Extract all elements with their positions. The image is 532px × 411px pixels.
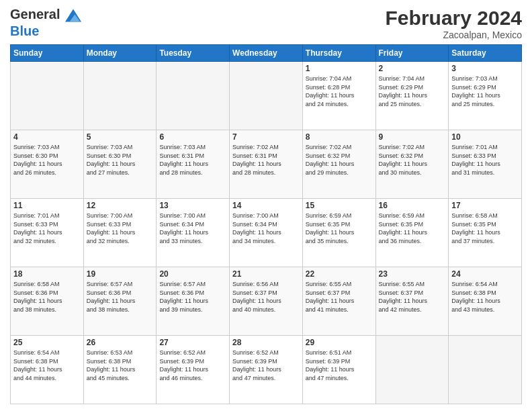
day-number: 7 bbox=[232, 132, 300, 142]
day-info: Sunrise: 7:03 AM Sunset: 6:29 PM Dayligh… bbox=[451, 75, 519, 108]
calendar-cell: 3Sunrise: 7:03 AM Sunset: 6:29 PM Daylig… bbox=[449, 62, 522, 130]
day-info: Sunrise: 7:01 AM Sunset: 6:33 PM Dayligh… bbox=[451, 143, 519, 177]
week-row-1: 1Sunrise: 7:04 AM Sunset: 6:28 PM Daylig… bbox=[11, 62, 522, 130]
day-number: 10 bbox=[451, 132, 519, 142]
day-number: 23 bbox=[379, 269, 446, 279]
calendar-cell: 19Sunrise: 6:57 AM Sunset: 6:36 PM Dayli… bbox=[83, 267, 157, 336]
day-info: Sunrise: 7:02 AM Sunset: 6:32 PM Dayligh… bbox=[306, 143, 373, 177]
day-info: Sunrise: 7:02 AM Sunset: 6:32 PM Dayligh… bbox=[379, 143, 446, 177]
day-number: 19 bbox=[87, 269, 154, 279]
day-number: 16 bbox=[379, 201, 446, 210]
day-info: Sunrise: 7:00 AM Sunset: 6:33 PM Dayligh… bbox=[87, 212, 154, 245]
calendar-cell: 10Sunrise: 7:01 AM Sunset: 6:33 PM Dayli… bbox=[449, 130, 522, 199]
day-info: Sunrise: 6:57 AM Sunset: 6:36 PM Dayligh… bbox=[87, 280, 154, 314]
week-row-4: 18Sunrise: 6:58 AM Sunset: 6:36 PM Dayli… bbox=[11, 267, 522, 336]
day-info: Sunrise: 7:00 AM Sunset: 6:34 PM Dayligh… bbox=[159, 212, 226, 245]
calendar-cell: 9Sunrise: 7:02 AM Sunset: 6:32 PM Daylig… bbox=[375, 130, 449, 199]
col-header-thursday: Thursday bbox=[302, 45, 375, 62]
day-info: Sunrise: 6:54 AM Sunset: 6:38 PM Dayligh… bbox=[13, 349, 81, 382]
calendar-cell: 22Sunrise: 6:55 AM Sunset: 6:37 PM Dayli… bbox=[302, 267, 375, 336]
col-header-monday: Monday bbox=[83, 45, 157, 62]
calendar-cell: 28Sunrise: 6:52 AM Sunset: 6:39 PM Dayli… bbox=[230, 336, 303, 404]
day-number: 14 bbox=[232, 201, 300, 210]
calendar-cell: 1Sunrise: 7:04 AM Sunset: 6:28 PM Daylig… bbox=[302, 62, 375, 130]
week-row-5: 25Sunrise: 6:54 AM Sunset: 6:38 PM Dayli… bbox=[11, 336, 522, 404]
title-block: February 2024 Zacoalpan, Mexico bbox=[386, 7, 522, 40]
day-number: 2 bbox=[379, 64, 446, 73]
calendar-cell: 13Sunrise: 7:00 AM Sunset: 6:34 PM Dayli… bbox=[157, 199, 230, 267]
calendar-cell: 11Sunrise: 7:01 AM Sunset: 6:33 PM Dayli… bbox=[11, 199, 84, 267]
day-info: Sunrise: 7:04 AM Sunset: 6:29 PM Dayligh… bbox=[379, 75, 446, 108]
day-number: 17 bbox=[451, 201, 519, 210]
day-info: Sunrise: 7:03 AM Sunset: 6:30 PM Dayligh… bbox=[13, 143, 81, 177]
calendar-cell: 5Sunrise: 7:03 AM Sunset: 6:30 PM Daylig… bbox=[83, 130, 157, 199]
calendar-cell: 24Sunrise: 6:54 AM Sunset: 6:38 PM Dayli… bbox=[449, 267, 522, 336]
calendar-cell: 7Sunrise: 7:02 AM Sunset: 6:31 PM Daylig… bbox=[230, 130, 303, 199]
day-info: Sunrise: 6:52 AM Sunset: 6:39 PM Dayligh… bbox=[159, 349, 226, 382]
calendar-cell: 25Sunrise: 6:54 AM Sunset: 6:38 PM Dayli… bbox=[11, 336, 84, 404]
day-number: 27 bbox=[159, 338, 226, 347]
day-info: Sunrise: 7:00 AM Sunset: 6:34 PM Dayligh… bbox=[232, 212, 300, 245]
day-info: Sunrise: 6:57 AM Sunset: 6:36 PM Dayligh… bbox=[159, 280, 226, 314]
day-info: Sunrise: 7:04 AM Sunset: 6:28 PM Dayligh… bbox=[306, 75, 373, 108]
day-info: Sunrise: 6:51 AM Sunset: 6:39 PM Dayligh… bbox=[306, 349, 373, 382]
day-info: Sunrise: 6:58 AM Sunset: 6:36 PM Dayligh… bbox=[13, 280, 81, 314]
col-header-saturday: Saturday bbox=[449, 45, 522, 62]
day-info: Sunrise: 7:02 AM Sunset: 6:31 PM Dayligh… bbox=[232, 143, 300, 177]
day-number: 13 bbox=[159, 201, 226, 210]
day-info: Sunrise: 6:56 AM Sunset: 6:37 PM Dayligh… bbox=[232, 280, 300, 314]
day-number: 20 bbox=[159, 269, 226, 279]
calendar-cell: 15Sunrise: 6:59 AM Sunset: 6:35 PM Dayli… bbox=[302, 199, 375, 267]
calendar-cell: 27Sunrise: 6:52 AM Sunset: 6:39 PM Dayli… bbox=[157, 336, 230, 404]
day-number: 24 bbox=[451, 269, 519, 279]
logo-blue: Blue bbox=[10, 24, 81, 39]
day-info: Sunrise: 6:52 AM Sunset: 6:39 PM Dayligh… bbox=[232, 349, 300, 382]
day-number: 21 bbox=[232, 269, 300, 279]
day-number: 8 bbox=[306, 132, 373, 142]
calendar-cell: 17Sunrise: 6:58 AM Sunset: 6:35 PM Dayli… bbox=[449, 199, 522, 267]
day-number: 25 bbox=[13, 338, 81, 347]
day-number: 26 bbox=[87, 338, 154, 347]
week-row-2: 4Sunrise: 7:03 AM Sunset: 6:30 PM Daylig… bbox=[11, 130, 522, 199]
day-info: Sunrise: 7:03 AM Sunset: 6:30 PM Dayligh… bbox=[87, 143, 154, 177]
day-number: 9 bbox=[379, 132, 446, 142]
logo: General Blue bbox=[10, 7, 81, 39]
day-number: 11 bbox=[13, 201, 81, 210]
calendar-cell: 2Sunrise: 7:04 AM Sunset: 6:29 PM Daylig… bbox=[375, 62, 449, 130]
day-info: Sunrise: 6:55 AM Sunset: 6:37 PM Dayligh… bbox=[379, 280, 446, 314]
col-header-sunday: Sunday bbox=[11, 45, 84, 62]
calendar-cell bbox=[449, 336, 522, 404]
day-info: Sunrise: 7:03 AM Sunset: 6:31 PM Dayligh… bbox=[159, 143, 226, 177]
day-info: Sunrise: 6:58 AM Sunset: 6:35 PM Dayligh… bbox=[451, 212, 519, 245]
day-number: 4 bbox=[13, 132, 81, 142]
calendar-cell: 16Sunrise: 6:59 AM Sunset: 6:35 PM Dayli… bbox=[375, 199, 449, 267]
day-info: Sunrise: 6:55 AM Sunset: 6:37 PM Dayligh… bbox=[306, 280, 373, 314]
day-info: Sunrise: 6:53 AM Sunset: 6:38 PM Dayligh… bbox=[87, 349, 154, 382]
calendar-cell: 4Sunrise: 7:03 AM Sunset: 6:30 PM Daylig… bbox=[11, 130, 84, 199]
day-number: 18 bbox=[13, 269, 81, 279]
day-number: 15 bbox=[306, 201, 373, 210]
calendar-cell: 23Sunrise: 6:55 AM Sunset: 6:37 PM Dayli… bbox=[375, 267, 449, 336]
calendar-cell bbox=[83, 62, 157, 130]
calendar-header-row: SundayMondayTuesdayWednesdayThursdayFrid… bbox=[11, 45, 522, 62]
calendar-cell: 12Sunrise: 7:00 AM Sunset: 6:33 PM Dayli… bbox=[83, 199, 157, 267]
header: General Blue February 2024 Zacoalpan, Me… bbox=[10, 7, 522, 40]
calendar-cell bbox=[11, 62, 84, 130]
logo-text: General bbox=[10, 7, 81, 24]
day-info: Sunrise: 7:01 AM Sunset: 6:33 PM Dayligh… bbox=[13, 212, 81, 245]
col-header-wednesday: Wednesday bbox=[230, 45, 303, 62]
calendar-cell: 29Sunrise: 6:51 AM Sunset: 6:39 PM Dayli… bbox=[302, 336, 375, 404]
calendar-cell: 20Sunrise: 6:57 AM Sunset: 6:36 PM Dayli… bbox=[157, 267, 230, 336]
calendar-cell: 14Sunrise: 7:00 AM Sunset: 6:34 PM Dayli… bbox=[230, 199, 303, 267]
calendar-cell: 6Sunrise: 7:03 AM Sunset: 6:31 PM Daylig… bbox=[157, 130, 230, 199]
calendar-cell bbox=[375, 336, 449, 404]
day-info: Sunrise: 6:59 AM Sunset: 6:35 PM Dayligh… bbox=[306, 212, 373, 245]
calendar-table: SundayMondayTuesdayWednesdayThursdayFrid… bbox=[10, 44, 522, 404]
col-header-tuesday: Tuesday bbox=[157, 45, 230, 62]
day-number: 3 bbox=[451, 64, 519, 73]
day-number: 12 bbox=[87, 201, 154, 210]
calendar-cell: 18Sunrise: 6:58 AM Sunset: 6:36 PM Dayli… bbox=[11, 267, 84, 336]
day-number: 5 bbox=[87, 132, 154, 142]
calendar-cell bbox=[157, 62, 230, 130]
calendar-cell: 26Sunrise: 6:53 AM Sunset: 6:38 PM Dayli… bbox=[83, 336, 157, 404]
